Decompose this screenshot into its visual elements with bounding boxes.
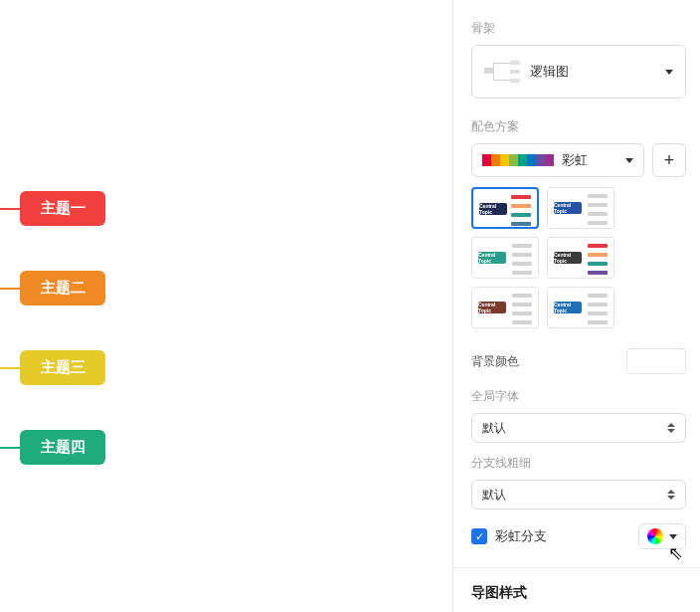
rainbow-color-button[interactable] <box>638 523 686 549</box>
globalfont-label: 全局字体 <box>471 388 686 405</box>
chevron-down-icon <box>669 534 677 539</box>
bgcolor-label: 背景颜色 <box>471 353 519 370</box>
topic-node-3[interactable]: 主题三 <box>20 350 105 385</box>
theme-card-2[interactable]: Central Topic <box>471 237 539 279</box>
stepper-icon <box>667 423 675 433</box>
mindmap-canvas[interactable]: 主题一 主题二 主题三 主题四 <box>0 0 452 612</box>
add-palette-button[interactable]: + <box>652 143 686 177</box>
theme-card-5[interactable]: Central Topic <box>547 287 614 328</box>
palette-select[interactable]: 彩虹 <box>471 143 644 177</box>
topic-node-4[interactable]: 主题四 <box>20 430 105 465</box>
format-panel: 骨架 逻辑图 配色方案 彩虹 + Central TopicCentral To… <box>452 0 700 612</box>
logic-diagram-icon <box>484 57 520 87</box>
theme-grid: Central TopicCentral TopicCentral TopicC… <box>471 187 686 328</box>
branchwidth-value: 默认 <box>482 487 506 504</box>
globalfont-select[interactable]: 默认 <box>471 413 686 443</box>
topic-node-1[interactable]: 主题一 <box>20 191 105 226</box>
theme-card-4[interactable]: Central Topic <box>471 287 539 328</box>
bgcolor-button[interactable] <box>626 348 686 374</box>
chevron-down-icon <box>625 158 633 163</box>
mapstyle-heading: 导图样式 <box>471 584 686 602</box>
skeleton-select[interactable]: 逻辑图 <box>471 45 686 99</box>
theme-card-0[interactable]: Central Topic <box>471 187 539 229</box>
rainbow-branch-label: 彩虹分支 <box>495 527 547 545</box>
branchwidth-select[interactable]: 默认 <box>471 480 686 510</box>
rainbow-branch-checkbox[interactable]: ✓ <box>471 528 487 544</box>
palette-label: 配色方案 <box>471 118 686 135</box>
skeleton-value: 逻辑图 <box>530 63 665 81</box>
stepper-icon <box>667 490 675 500</box>
theme-card-3[interactable]: Central Topic <box>547 237 614 279</box>
palette-swatch-icon <box>482 154 554 166</box>
globalfont-value: 默认 <box>482 420 506 437</box>
topic-node-2[interactable]: 主题二 <box>20 271 105 306</box>
palette-value: 彩虹 <box>562 151 625 169</box>
skeleton-label: 骨架 <box>471 20 686 37</box>
theme-card-1[interactable]: Central Topic <box>547 187 614 229</box>
color-wheel-icon <box>647 528 663 544</box>
chevron-down-icon <box>665 70 673 75</box>
branchwidth-label: 分支线粗细 <box>471 455 686 472</box>
